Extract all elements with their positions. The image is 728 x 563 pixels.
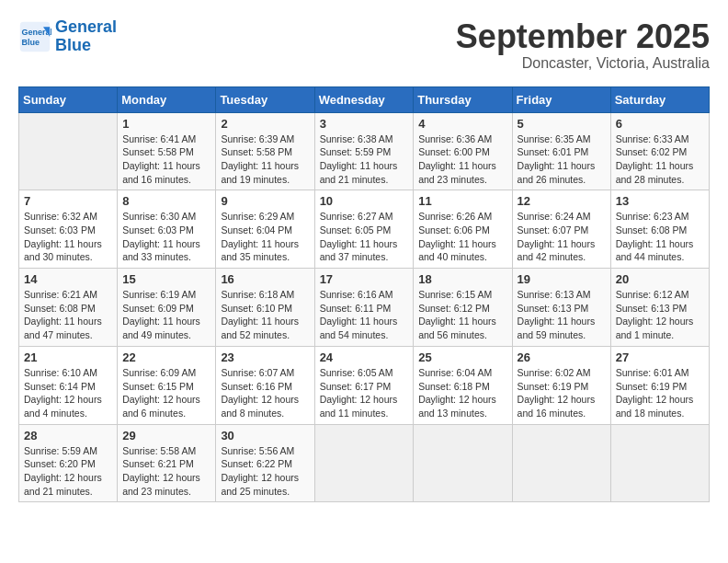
day-number: 7 xyxy=(24,194,112,208)
day-info: Sunrise: 6:27 AM Sunset: 6:05 PM Dayligh… xyxy=(320,210,409,264)
weekday-header-saturday: Saturday xyxy=(610,86,709,112)
calendar-cell xyxy=(314,424,414,502)
day-number: 27 xyxy=(616,350,704,364)
day-info: Sunrise: 6:29 AM Sunset: 6:04 PM Dayligh… xyxy=(221,210,309,264)
weekday-header-tuesday: Tuesday xyxy=(216,86,314,112)
day-number: 10 xyxy=(320,194,409,208)
calendar-week-row: 14Sunrise: 6:21 AM Sunset: 6:08 PM Dayli… xyxy=(19,269,710,347)
weekday-header-monday: Monday xyxy=(118,86,216,112)
day-info: Sunrise: 6:02 AM Sunset: 6:19 PM Dayligh… xyxy=(518,366,606,420)
day-number: 26 xyxy=(518,350,606,364)
calendar-week-row: 7Sunrise: 6:32 AM Sunset: 6:03 PM Daylig… xyxy=(19,190,710,269)
day-info: Sunrise: 6:26 AM Sunset: 6:06 PM Dayligh… xyxy=(418,210,506,264)
weekday-header-row: SundayMondayTuesdayWednesdayThursdayFrid… xyxy=(19,86,710,112)
svg-text:Blue: Blue xyxy=(22,38,40,47)
day-number: 9 xyxy=(221,194,309,208)
calendar-cell xyxy=(610,424,709,502)
calendar-cell: 11Sunrise: 6:26 AM Sunset: 6:06 PM Dayli… xyxy=(414,190,512,269)
calendar-cell: 29Sunrise: 5:58 AM Sunset: 6:21 PM Dayli… xyxy=(118,424,216,502)
day-info: Sunrise: 6:32 AM Sunset: 6:03 PM Dayligh… xyxy=(24,210,112,264)
day-info: Sunrise: 6:18 AM Sunset: 6:10 PM Dayligh… xyxy=(221,288,309,342)
calendar-cell xyxy=(19,112,118,190)
calendar-cell: 10Sunrise: 6:27 AM Sunset: 6:05 PM Dayli… xyxy=(314,190,414,269)
weekday-header-sunday: Sunday xyxy=(19,86,118,112)
calendar-cell: 1Sunrise: 6:41 AM Sunset: 5:58 PM Daylig… xyxy=(118,112,216,190)
calendar-cell: 17Sunrise: 6:16 AM Sunset: 6:11 PM Dayli… xyxy=(314,269,414,347)
logo-text: General Blue xyxy=(55,18,117,55)
day-number: 18 xyxy=(418,272,506,286)
calendar-cell: 14Sunrise: 6:21 AM Sunset: 6:08 PM Dayli… xyxy=(19,269,118,347)
logo-icon: General Blue xyxy=(18,20,51,53)
day-number: 12 xyxy=(518,194,606,208)
calendar-cell: 22Sunrise: 6:09 AM Sunset: 6:15 PM Dayli… xyxy=(118,346,216,424)
day-info: Sunrise: 5:59 AM Sunset: 6:20 PM Dayligh… xyxy=(24,444,112,499)
day-number: 17 xyxy=(320,272,409,286)
day-info: Sunrise: 6:13 AM Sunset: 6:13 PM Dayligh… xyxy=(518,288,606,342)
calendar-cell: 19Sunrise: 6:13 AM Sunset: 6:13 PM Dayli… xyxy=(512,269,610,347)
day-info: Sunrise: 5:58 AM Sunset: 6:21 PM Dayligh… xyxy=(122,444,210,499)
page-header: General Blue General Blue September 2025… xyxy=(18,18,710,72)
calendar-cell: 9Sunrise: 6:29 AM Sunset: 6:04 PM Daylig… xyxy=(216,190,314,269)
day-number: 4 xyxy=(418,117,506,131)
logo: General Blue General Blue xyxy=(18,18,117,55)
day-info: Sunrise: 6:24 AM Sunset: 6:07 PM Dayligh… xyxy=(518,210,606,264)
day-info: Sunrise: 6:01 AM Sunset: 6:19 PM Dayligh… xyxy=(616,366,704,420)
calendar-cell: 12Sunrise: 6:24 AM Sunset: 6:07 PM Dayli… xyxy=(512,190,610,269)
day-number: 30 xyxy=(221,429,309,442)
day-info: Sunrise: 6:36 AM Sunset: 6:00 PM Dayligh… xyxy=(418,132,506,187)
day-info: Sunrise: 6:19 AM Sunset: 6:09 PM Dayligh… xyxy=(122,288,210,342)
calendar-cell xyxy=(414,424,512,502)
day-info: Sunrise: 6:33 AM Sunset: 6:02 PM Dayligh… xyxy=(616,132,704,187)
weekday-header-friday: Friday xyxy=(512,86,610,112)
calendar-cell: 6Sunrise: 6:33 AM Sunset: 6:02 PM Daylig… xyxy=(610,112,709,190)
calendar-cell: 7Sunrise: 6:32 AM Sunset: 6:03 PM Daylig… xyxy=(19,190,118,269)
day-number: 19 xyxy=(518,272,606,286)
calendar-cell: 4Sunrise: 6:36 AM Sunset: 6:00 PM Daylig… xyxy=(414,112,512,190)
calendar-cell: 23Sunrise: 6:07 AM Sunset: 6:16 PM Dayli… xyxy=(216,346,314,424)
calendar-cell: 27Sunrise: 6:01 AM Sunset: 6:19 PM Dayli… xyxy=(610,346,709,424)
day-number: 23 xyxy=(221,350,309,364)
day-number: 25 xyxy=(418,350,506,364)
calendar-cell: 28Sunrise: 5:59 AM Sunset: 6:20 PM Dayli… xyxy=(19,424,118,502)
day-info: Sunrise: 6:39 AM Sunset: 5:58 PM Dayligh… xyxy=(221,132,309,187)
day-info: Sunrise: 6:07 AM Sunset: 6:16 PM Dayligh… xyxy=(221,366,309,420)
day-info: Sunrise: 6:09 AM Sunset: 6:15 PM Dayligh… xyxy=(122,366,210,420)
day-number: 22 xyxy=(122,350,210,364)
calendar-cell: 30Sunrise: 5:56 AM Sunset: 6:22 PM Dayli… xyxy=(216,424,314,502)
calendar-week-row: 28Sunrise: 5:59 AM Sunset: 6:20 PM Dayli… xyxy=(19,424,710,502)
day-number: 28 xyxy=(24,429,112,442)
weekday-header-thursday: Thursday xyxy=(414,86,512,112)
calendar-cell: 8Sunrise: 6:30 AM Sunset: 6:03 PM Daylig… xyxy=(118,190,216,269)
calendar-cell: 2Sunrise: 6:39 AM Sunset: 5:58 PM Daylig… xyxy=(216,112,314,190)
location: Doncaster, Victoria, Australia xyxy=(456,55,710,72)
day-number: 6 xyxy=(616,117,704,131)
day-info: Sunrise: 6:21 AM Sunset: 6:08 PM Dayligh… xyxy=(24,288,112,342)
day-number: 14 xyxy=(24,272,112,286)
day-number: 16 xyxy=(221,272,309,286)
day-number: 11 xyxy=(418,194,506,208)
day-number: 13 xyxy=(616,194,704,208)
day-info: Sunrise: 5:56 AM Sunset: 6:22 PM Dayligh… xyxy=(221,444,309,499)
calendar-cell: 15Sunrise: 6:19 AM Sunset: 6:09 PM Dayli… xyxy=(118,269,216,347)
day-info: Sunrise: 6:38 AM Sunset: 5:59 PM Dayligh… xyxy=(320,132,409,187)
day-info: Sunrise: 6:05 AM Sunset: 6:17 PM Dayligh… xyxy=(320,366,409,420)
day-number: 5 xyxy=(518,117,606,131)
calendar-cell: 5Sunrise: 6:35 AM Sunset: 6:01 PM Daylig… xyxy=(512,112,610,190)
day-number: 24 xyxy=(320,350,409,364)
calendar-cell: 24Sunrise: 6:05 AM Sunset: 6:17 PM Dayli… xyxy=(314,346,414,424)
day-info: Sunrise: 6:16 AM Sunset: 6:11 PM Dayligh… xyxy=(320,288,409,342)
day-number: 29 xyxy=(122,429,210,442)
calendar-week-row: 1Sunrise: 6:41 AM Sunset: 5:58 PM Daylig… xyxy=(19,112,710,190)
calendar-cell: 18Sunrise: 6:15 AM Sunset: 6:12 PM Dayli… xyxy=(414,269,512,347)
day-info: Sunrise: 6:30 AM Sunset: 6:03 PM Dayligh… xyxy=(122,210,210,264)
month-title: September 2025 xyxy=(456,18,710,55)
day-info: Sunrise: 6:41 AM Sunset: 5:58 PM Dayligh… xyxy=(122,132,210,187)
day-number: 1 xyxy=(122,117,210,131)
calendar-cell: 20Sunrise: 6:12 AM Sunset: 6:13 PM Dayli… xyxy=(610,269,709,347)
weekday-header-wednesday: Wednesday xyxy=(314,86,414,112)
day-info: Sunrise: 6:10 AM Sunset: 6:14 PM Dayligh… xyxy=(24,366,112,420)
day-info: Sunrise: 6:15 AM Sunset: 6:12 PM Dayligh… xyxy=(418,288,506,342)
day-number: 21 xyxy=(24,350,112,364)
calendar-week-row: 21Sunrise: 6:10 AM Sunset: 6:14 PM Dayli… xyxy=(19,346,710,424)
day-info: Sunrise: 6:23 AM Sunset: 6:08 PM Dayligh… xyxy=(616,210,704,264)
